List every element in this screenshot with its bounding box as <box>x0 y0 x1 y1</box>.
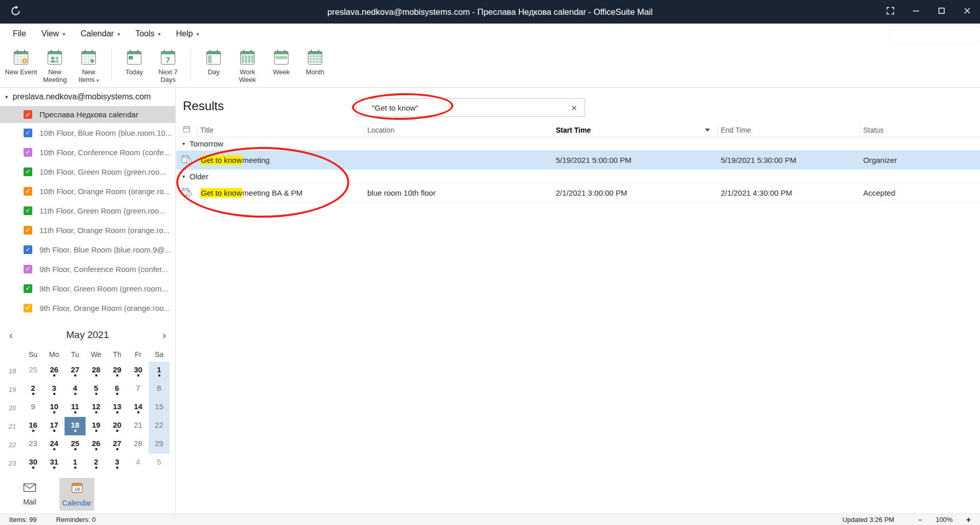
mini-calendar-day[interactable]: 29 <box>107 362 128 380</box>
toolbar-new-meeting-button[interactable]: New Meeting <box>38 44 72 87</box>
calendar-checkbox[interactable]: ✓ <box>24 187 32 196</box>
calendar-list-item[interactable]: ✓ 9th Floor, Blue Room (blue.room.9@... <box>0 240 175 259</box>
mini-calendar-day[interactable]: 28 <box>86 362 107 380</box>
column-icon-header[interactable] <box>176 123 197 137</box>
mini-calendar-day[interactable]: 12 <box>86 398 107 417</box>
toolbar-today-button[interactable]: Today <box>117 44 151 87</box>
mini-calendar-day[interactable]: 5 <box>86 380 107 398</box>
calendar-checkbox[interactable]: ✓ <box>24 265 32 274</box>
zoom-in-button[interactable]: + <box>966 515 971 524</box>
column-status[interactable]: Status <box>860 123 980 137</box>
mini-calendar-day[interactable]: 30 <box>128 362 149 380</box>
mini-calendar-day[interactable]: 27 <box>107 435 128 454</box>
mini-calendar-day[interactable]: 6 <box>107 380 128 398</box>
column-location[interactable]: Location <box>364 123 553 137</box>
mini-calendar-day[interactable]: 1 <box>65 454 86 472</box>
calendar-checkbox[interactable]: ✓ <box>24 129 32 137</box>
mini-calendar-day[interactable]: 15 <box>149 398 170 417</box>
mini-calendar-day-selected[interactable]: 18 <box>65 417 86 435</box>
zoom-out-button[interactable]: − <box>918 515 923 524</box>
calendar-checkbox[interactable]: ✓ <box>24 284 32 293</box>
calendar-list-item[interactable]: ✓ 9th Floor, Orange Room (orange.roo... <box>0 298 175 318</box>
calendar-checkbox[interactable]: ✓ <box>24 110 32 119</box>
menu-help[interactable]: Help ▾ <box>169 24 207 44</box>
menu-view[interactable]: View ▾ <box>34 24 73 44</box>
menu-tools[interactable]: Tools ▾ <box>128 24 168 44</box>
mini-calendar-day[interactable]: 31 <box>44 454 65 472</box>
column-title[interactable]: Title <box>197 123 364 137</box>
minimize-button[interactable] <box>903 0 929 24</box>
mini-calendar-day[interactable]: 3 <box>44 380 65 398</box>
mini-calendar-day[interactable]: 4 <box>128 454 149 472</box>
calendar-list-item[interactable]: ✓ 10th Floor, Blue Room (blue.room.10... <box>0 123 175 142</box>
calendar-list-item[interactable]: ✓ Преслава Недкова calendar <box>0 106 175 123</box>
calendar-list-item[interactable]: ✓ 10th Floor, Green Room (green.roo... <box>0 162 175 181</box>
mini-calendar-day[interactable]: 23 <box>23 435 44 454</box>
clear-search-icon[interactable]: × <box>571 103 585 113</box>
mini-calendar-day[interactable]: 13 <box>107 398 128 417</box>
mini-calendar-day[interactable]: 25 <box>65 435 86 454</box>
mini-calendar-day[interactable]: 10 <box>44 398 65 417</box>
mini-calendar-day[interactable]: 19 <box>86 417 107 435</box>
calendar-checkbox[interactable]: ✓ <box>24 167 32 176</box>
calendar-list-item[interactable]: ✓ 11th Floor, Green Room (green.roo... <box>0 201 175 220</box>
toolbar-month-button[interactable]: Month <box>298 44 332 87</box>
mini-calendar-day[interactable]: 26 <box>86 435 107 454</box>
menu-calendar[interactable]: Calendar ▾ <box>73 24 128 44</box>
calendar-list-item[interactable]: ✓ 11th Floor, Orange Room (orange.ro... <box>0 220 175 240</box>
mini-calendar-day[interactable]: 1 <box>149 362 170 380</box>
mini-calendar-day[interactable]: 24 <box>44 435 65 454</box>
fullscreen-button[interactable] <box>878 0 903 24</box>
prev-month-button[interactable]: ‹ <box>9 330 13 340</box>
nav-tab-mail[interactable]: Mail <box>12 478 47 511</box>
mini-calendar-day[interactable]: 30 <box>23 454 44 472</box>
calendar-checkbox[interactable]: ✓ <box>24 245 32 254</box>
mini-calendar-day[interactable]: 5 <box>149 454 170 472</box>
search-box[interactable]: "Get to know" × <box>356 98 585 117</box>
mini-calendar-day[interactable]: 4 <box>65 380 86 398</box>
mini-calendar-day[interactable]: 8 <box>149 380 170 398</box>
mini-calendar-day[interactable]: 27 <box>65 362 86 380</box>
sync-button[interactable] <box>0 0 31 24</box>
column-end-time[interactable]: End Time <box>718 123 860 137</box>
mini-calendar-day[interactable]: 29 <box>149 435 170 454</box>
nav-tab-calendar[interactable]: 18 Calendar <box>59 478 94 511</box>
mini-calendar-day[interactable]: 14 <box>128 398 149 417</box>
mini-calendar-day[interactable]: 25 <box>23 362 44 380</box>
search-input[interactable]: "Get to know" <box>357 103 419 112</box>
results-row[interactable]: Get to know meeting 5/19/2021 5:00:00 PM… <box>176 151 980 170</box>
toolbar-week-button[interactable]: Week <box>264 44 298 87</box>
mini-calendar-day[interactable]: 3 <box>107 454 128 472</box>
close-button[interactable] <box>954 0 980 24</box>
toolbar-next-7-days-button[interactable]: 7 Next 7 Days <box>151 44 185 87</box>
calendar-checkbox[interactable]: ✓ <box>24 148 32 157</box>
mini-calendar-day[interactable]: 7 <box>128 380 149 398</box>
mini-calendar-day[interactable]: 22 <box>149 417 170 435</box>
toolbar-new-items-button[interactable]: New Items▾ <box>72 44 106 87</box>
results-group-tomorrow[interactable]: ▾ Tomorrow <box>176 137 980 151</box>
mini-calendar-day[interactable]: 9 <box>23 398 44 417</box>
calendar-checkbox[interactable]: ✓ <box>24 226 32 235</box>
toolbar-day-button[interactable]: Day <box>197 44 231 87</box>
calendar-list-item[interactable]: ✓ 9th Floor, Conference Room (confer... <box>0 259 175 279</box>
results-group-older[interactable]: ▾ Older <box>176 170 980 183</box>
toolbar-new-event-button[interactable]: New Event <box>4 44 38 87</box>
mini-calendar-day[interactable]: 26 <box>44 362 65 380</box>
calendar-checkbox[interactable]: ✓ <box>24 206 32 215</box>
mini-calendar-day[interactable]: 16 <box>23 417 44 435</box>
menu-file[interactable]: File <box>5 24 34 44</box>
mini-calendar-day[interactable]: 20 <box>107 417 128 435</box>
mini-calendar-day[interactable]: 21 <box>128 417 149 435</box>
calendar-checkbox[interactable]: ✓ <box>24 304 32 312</box>
calendar-list-item[interactable]: ✓ 9th Floor, Green Room (green.room... <box>0 279 175 298</box>
mini-calendar-day[interactable]: 2 <box>23 380 44 398</box>
mini-calendar-day[interactable]: 2 <box>86 454 107 472</box>
next-month-button[interactable]: › <box>162 330 166 340</box>
column-start-time[interactable]: Start Time <box>553 123 718 137</box>
calendar-list-item[interactable]: ✓ 10th Floor, Conference Room (confe... <box>0 142 175 162</box>
account-row[interactable]: ▾ preslava.nedkova@mobisystems.com <box>0 88 175 106</box>
toolbar-work-week-button[interactable]: Work Week <box>231 44 264 87</box>
maximize-button[interactable] <box>929 0 954 24</box>
mini-calendar-day[interactable]: 11 <box>65 398 86 417</box>
calendar-list-item[interactable]: ✓ 10th Floor, Orange Room (orange.ro... <box>0 181 175 201</box>
